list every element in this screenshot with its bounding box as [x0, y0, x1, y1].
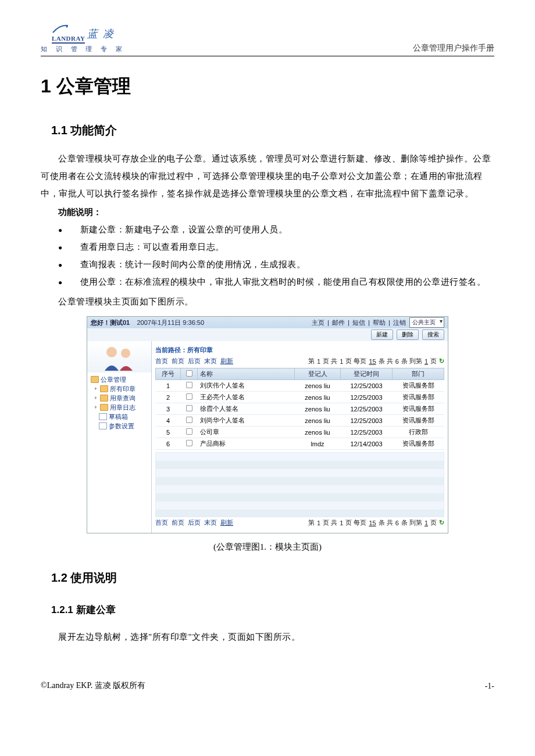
- main-panel: 当前路径：所有印章 首页 前页 后页 末页 刷新 第 1 页 共 1 页 每页 …: [152, 341, 448, 533]
- pager-last[interactable]: 末页: [204, 518, 217, 527]
- cell-check: [181, 403, 198, 415]
- homepage-dropdown[interactable]: 公共主页: [409, 317, 444, 328]
- delete-button[interactable]: 删除: [397, 329, 419, 340]
- tree-item-settings[interactable]: 参数设置: [91, 421, 149, 431]
- new-button[interactable]: 新建: [371, 329, 393, 340]
- tree-label: 参数设置: [109, 421, 134, 431]
- pager-text: 第: [308, 518, 315, 527]
- pager-total-rows: 6: [395, 358, 399, 365]
- pager-perpage[interactable]: 15: [369, 358, 376, 365]
- menu-help[interactable]: 帮助: [373, 319, 386, 326]
- new-seal-paragraph: 展开左边导航树，选择"所有印章"文件夹，页面如下图所示。: [41, 628, 494, 646]
- tree-label: 用章查询: [110, 393, 135, 403]
- tree-item-seal-query[interactable]: + 用章查询: [91, 393, 149, 403]
- page-footer: ©Landray EKP. 蓝凌 版权所有 -1-: [41, 680, 494, 691]
- table-row[interactable]: 3徐霞个人签名zenos liu12/25/2003资讯服务部: [156, 403, 444, 415]
- pager-text: 第: [308, 357, 315, 366]
- col-name: 名称: [198, 368, 295, 380]
- doc-title: 公章管理用户操作手册: [413, 43, 494, 53]
- cell-date: 12/25/2003: [341, 427, 393, 438]
- pager-prev[interactable]: 前页: [172, 357, 184, 366]
- cell-registrar: zenos liu: [295, 392, 341, 403]
- sidebar: 公章管理 + 所有印章 + 用章查询 + 用章: [87, 341, 152, 533]
- expand-icon[interactable]: +: [93, 403, 98, 412]
- folder-icon: [100, 395, 108, 402]
- menu-mail[interactable]: 邮件: [332, 319, 345, 326]
- row-checkbox[interactable]: [186, 417, 192, 423]
- cell-dept: 资讯服务部: [393, 403, 444, 415]
- svg-point-1: [106, 347, 117, 357]
- cell-registrar: zenos liu: [295, 427, 341, 438]
- pager-go-icon[interactable]: ↻: [439, 357, 444, 365]
- logo: LANDRAY 蓝 凌 知 识 管 理 专 家: [41, 23, 126, 53]
- menu-home[interactable]: 主页: [312, 319, 324, 326]
- cell-date: 12/25/2003: [341, 403, 393, 415]
- tree-item-all-seals[interactable]: + 所有印章: [91, 384, 149, 393]
- cell-name: 王必亮个人签名: [198, 392, 295, 403]
- pager-total-rows: 6: [395, 519, 399, 526]
- tree-root[interactable]: 公章管理: [91, 375, 149, 384]
- pager-last[interactable]: 末页: [204, 357, 217, 366]
- row-checkbox[interactable]: [186, 440, 192, 446]
- pager-first[interactable]: 首页: [155, 518, 168, 527]
- logo-cn: 蓝 凌: [87, 27, 115, 41]
- pager-perpage[interactable]: 15: [369, 519, 376, 526]
- menu-logout[interactable]: 注销: [393, 319, 406, 326]
- menu-sms[interactable]: 短信: [352, 319, 365, 326]
- pager-total-pages: 1: [340, 519, 343, 526]
- table-row[interactable]: 6产品商标lmdz12/14/2003资讯服务部: [156, 438, 444, 450]
- pager-prev[interactable]: 前页: [172, 518, 184, 527]
- table-row[interactable]: 5公司章zenos liu12/25/2003行政部: [156, 427, 444, 438]
- logo-wordmark: LANDRAY: [52, 35, 85, 44]
- tree-root-label: 公章管理: [101, 375, 126, 384]
- pager-goto-input[interactable]: 1: [425, 519, 428, 526]
- cell-dept: 资讯服务部: [393, 415, 444, 427]
- pager-refresh[interactable]: 刷新: [220, 518, 233, 527]
- expand-icon[interactable]: +: [93, 393, 98, 403]
- cell-seq: 4: [156, 415, 181, 427]
- avatar-image: [87, 341, 151, 372]
- tree-item-draft[interactable]: 草稿箱: [91, 412, 149, 421]
- cell-name: 徐霞个人签名: [198, 403, 295, 415]
- pager-top: 首页 前页 后页 末页 刷新 第 1 页 共 1 页 每页 15 条 共 6 条…: [155, 356, 444, 368]
- col-check: [181, 368, 198, 380]
- row-checkbox[interactable]: [186, 428, 192, 435]
- datetime: 2007年1月11日 9:36:50: [137, 319, 204, 326]
- pager-first[interactable]: 首页: [155, 357, 168, 366]
- tree-label: 草稿箱: [109, 412, 128, 421]
- heading-1-2-1: 1.2.1 新建公章: [51, 603, 494, 617]
- intro-paragraph: 公章管理模块可存放企业的电子公章。通过该系统，管理员可对公章进行新建、修改、删除…: [41, 150, 494, 202]
- feature-item: 查询报表：统计一段时间内公章的使用情况，生成报表。: [41, 256, 494, 273]
- top-menu: 主页 | 邮件 | 短信 | 帮助 | 注销: [311, 318, 407, 327]
- pager-text: 条 到第: [401, 357, 422, 366]
- pager-next[interactable]: 后页: [188, 518, 201, 527]
- pager-next[interactable]: 后页: [188, 357, 201, 366]
- expand-icon[interactable]: +: [93, 384, 98, 393]
- pager-go-icon[interactable]: ↻: [439, 519, 444, 526]
- table-row[interactable]: 2王必亮个人签名zenos liu12/25/2003资讯服务部: [156, 392, 444, 403]
- cell-name: 产品商标: [198, 438, 295, 450]
- pager-total-pages: 1: [340, 358, 343, 365]
- toolbar: 新建 删除 搜索: [87, 328, 448, 341]
- app-topbar: 您好！测试01 2007年1月11日 9:36:50 主页 | 邮件 | 短信 …: [87, 317, 448, 328]
- page-number: -1-: [485, 682, 494, 691]
- pager-current: 1: [317, 519, 320, 526]
- search-button[interactable]: 搜索: [422, 329, 444, 340]
- row-checkbox[interactable]: [186, 405, 192, 411]
- table-row[interactable]: 1刘庆伟个人签名zenos liu12/25/2003资讯服务部: [156, 380, 444, 392]
- pager-goto-input[interactable]: 1: [425, 358, 428, 365]
- pager-refresh[interactable]: 刷新: [220, 357, 233, 366]
- cell-seq: 5: [156, 427, 181, 438]
- copyright: ©Landray EKP. 蓝凌 版权所有: [41, 680, 145, 691]
- table-row[interactable]: 4刘尚华个人签名zenos liu12/25/2003资讯服务部: [156, 415, 444, 427]
- cell-registrar: zenos liu: [295, 415, 341, 427]
- cell-date: 12/14/2003: [341, 438, 393, 450]
- row-checkbox[interactable]: [186, 393, 192, 400]
- cell-dept: 资讯服务部: [393, 392, 444, 403]
- tree-item-seal-log[interactable]: + 用章日志: [91, 403, 149, 412]
- cell-check: [181, 415, 198, 427]
- cell-seq: 2: [156, 392, 181, 403]
- svg-point-0: [66, 26, 67, 28]
- row-checkbox[interactable]: [186, 382, 192, 388]
- select-all-checkbox[interactable]: [186, 370, 192, 377]
